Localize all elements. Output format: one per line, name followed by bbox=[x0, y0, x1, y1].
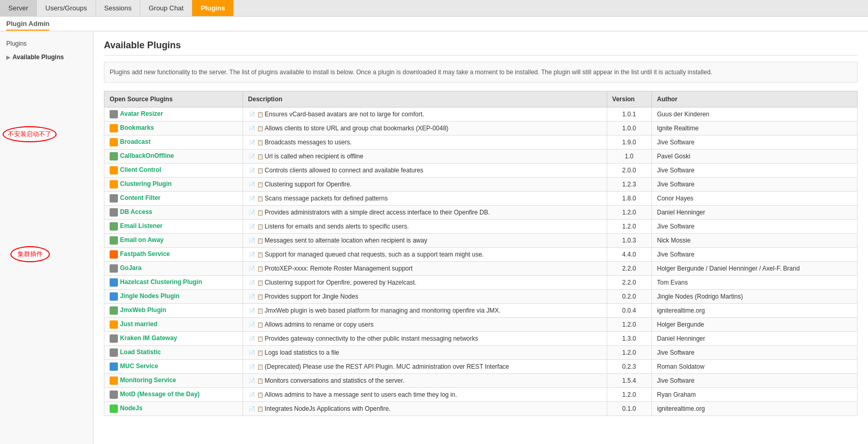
sidebar-item-plugins[interactable]: Plugins bbox=[0, 37, 93, 50]
install-icon[interactable]: 📋 bbox=[257, 167, 264, 174]
plugin-link[interactable]: Just married bbox=[120, 320, 157, 328]
install-icon[interactable]: 📋 bbox=[257, 364, 264, 371]
sidebar-item-available-plugins[interactable]: ▶ Available Plugins bbox=[0, 50, 93, 64]
plugin-link[interactable]: DB Access bbox=[120, 208, 152, 216]
plugin-link[interactable]: Load Statistic bbox=[120, 348, 161, 356]
plugin-link[interactable]: Client Control bbox=[120, 166, 161, 173]
install-icon[interactable]: 📋 bbox=[257, 195, 264, 203]
doc-icon[interactable]: 📄 bbox=[248, 279, 256, 287]
install-icon[interactable]: 📋 bbox=[257, 209, 264, 217]
doc-icon[interactable]: 📄 bbox=[248, 139, 256, 146]
doc-icon[interactable]: 📄 bbox=[248, 125, 256, 132]
install-icon[interactable]: 📋 bbox=[257, 349, 264, 357]
install-icon[interactable]: 📋 bbox=[257, 111, 264, 118]
plugin-link[interactable]: Monitoring Service bbox=[120, 376, 176, 384]
plugin-version: 2.2.0 bbox=[607, 262, 651, 276]
plugin-author: Guus der Kinderen bbox=[651, 107, 857, 122]
nav-group-chat[interactable]: Group Chat bbox=[140, 0, 192, 16]
table-row: Broadcast📄📋Broadcasts messages to users.… bbox=[104, 136, 858, 150]
doc-icon[interactable]: 📄 bbox=[248, 153, 256, 160]
top-navigation: Server Users/Groups Sessions Group Chat … bbox=[0, 0, 868, 17]
plugin-link[interactable]: Fastpath Service bbox=[120, 250, 170, 258]
plugin-link[interactable]: JmxWeb Plugin bbox=[120, 306, 166, 314]
plugin-icon bbox=[110, 320, 118, 329]
plugin-link[interactable]: Bookmarks bbox=[120, 124, 154, 131]
install-icon[interactable]: 📋 bbox=[257, 125, 264, 132]
plugin-link[interactable]: MUC Service bbox=[120, 362, 158, 370]
install-icon[interactable]: 📋 bbox=[257, 153, 264, 160]
plugin-link[interactable]: Jingle Nodes Plugin bbox=[120, 292, 180, 300]
description-text: Monitors conversations and statistics of… bbox=[265, 377, 405, 384]
plugin-link[interactable]: Broadcast bbox=[120, 138, 151, 145]
install-icon[interactable]: 📋 bbox=[257, 279, 264, 287]
plugin-author: Jive Software bbox=[651, 164, 857, 178]
table-header-row: Open Source Plugins Description Version … bbox=[104, 91, 858, 107]
doc-icon[interactable]: 📄 bbox=[248, 167, 256, 174]
plugin-link[interactable]: Content Filter bbox=[120, 194, 161, 201]
plugin-icon bbox=[110, 264, 118, 273]
plugin-link[interactable]: Email Listener bbox=[120, 222, 163, 230]
nav-sessions[interactable]: Sessions bbox=[96, 0, 141, 16]
doc-icon[interactable]: 📄 bbox=[248, 364, 256, 371]
doc-icon[interactable]: 📄 bbox=[248, 335, 256, 343]
install-icon[interactable]: 📋 bbox=[257, 392, 264, 399]
plugin-link[interactable]: Email on Away bbox=[120, 236, 164, 244]
install-icon[interactable]: 📋 bbox=[257, 139, 264, 146]
col-header-name: Open Source Plugins bbox=[104, 91, 243, 107]
install-icon[interactable]: 📋 bbox=[257, 406, 264, 413]
plugin-name-cell: Fastpath Service bbox=[104, 248, 243, 262]
doc-icon[interactable]: 📄 bbox=[248, 195, 256, 203]
plugin-link[interactable]: Clustering Plugin bbox=[120, 180, 171, 187]
doc-icon[interactable]: 📄 bbox=[248, 321, 256, 329]
plugin-link[interactable]: NodeJs bbox=[120, 405, 142, 412]
plugin-link[interactable]: CallbackOnOffline bbox=[120, 152, 174, 159]
doc-icon[interactable]: 📄 bbox=[248, 237, 256, 245]
annotation-no-install: 不安装启动不了 bbox=[3, 126, 57, 142]
doc-icon[interactable]: 📄 bbox=[248, 307, 256, 315]
table-row: Bookmarks📄📋Allows clients to store URL a… bbox=[104, 122, 858, 136]
install-icon[interactable]: 📋 bbox=[257, 265, 264, 273]
doc-icon[interactable]: 📄 bbox=[248, 349, 256, 357]
arrow-icon: ▶ bbox=[6, 55, 10, 60]
plugin-link[interactable]: GoJara bbox=[120, 264, 141, 272]
table-row: MotD (Message of the Day)📄📋Allows admins… bbox=[104, 388, 858, 402]
install-icon[interactable]: 📋 bbox=[257, 378, 264, 385]
doc-icon[interactable]: 📄 bbox=[248, 406, 256, 413]
install-icon[interactable]: 📋 bbox=[257, 293, 264, 301]
doc-icon[interactable]: 📄 bbox=[248, 378, 256, 385]
plugin-link[interactable]: Avatar Resizer bbox=[120, 110, 163, 117]
install-icon[interactable]: 📋 bbox=[257, 321, 264, 329]
plugin-icon bbox=[110, 194, 118, 203]
doc-icon[interactable]: 📄 bbox=[248, 293, 256, 301]
install-icon[interactable]: 📋 bbox=[257, 307, 264, 315]
description-text: Provides support for Jingle Nodes bbox=[265, 293, 358, 300]
install-icon[interactable]: 📋 bbox=[257, 251, 264, 259]
plugin-description-cell: 📄📋Allows admins to rename or copy users bbox=[243, 318, 607, 332]
nav-users-groups[interactable]: Users/Groups bbox=[37, 0, 96, 16]
plugin-version: 1.0.3 bbox=[607, 234, 651, 248]
plugin-link[interactable]: Hazelcast Clustering Plugin bbox=[120, 278, 202, 286]
doc-icon[interactable]: 📄 bbox=[248, 392, 256, 399]
plugin-description-cell: 📄📋Broadcasts messages to users. bbox=[243, 136, 607, 150]
doc-icon[interactable]: 📄 bbox=[248, 181, 256, 189]
description-text: Integrates NodeJs Applications with Open… bbox=[265, 405, 391, 412]
doc-icon[interactable]: 📄 bbox=[248, 251, 256, 259]
plugin-link[interactable]: Kraken IM Gateway bbox=[120, 334, 177, 342]
install-icon[interactable]: 📋 bbox=[257, 223, 264, 231]
doc-icon[interactable]: 📄 bbox=[248, 209, 256, 217]
doc-icon[interactable]: 📄 bbox=[248, 265, 256, 273]
doc-icon[interactable]: 📄 bbox=[248, 223, 256, 231]
nav-server[interactable]: Server bbox=[0, 0, 37, 16]
description-text: Allows admins to rename or copy users bbox=[265, 321, 373, 328]
plugin-name-cell: NodeJs bbox=[104, 402, 243, 416]
nav-plugins[interactable]: Plugins bbox=[192, 0, 234, 16]
description-text: Clustering support for Openfire, powered… bbox=[265, 279, 417, 286]
install-icon[interactable]: 📋 bbox=[257, 181, 264, 189]
plugin-name-cell: Kraken IM Gateway bbox=[104, 332, 243, 346]
description-text: ProtoXEP-xxxx: Remote Roster Management … bbox=[265, 265, 413, 272]
doc-icon[interactable]: 📄 bbox=[248, 111, 256, 118]
description-text: (Deprecated) Please use the REST API Plu… bbox=[265, 363, 509, 370]
install-icon[interactable]: 📋 bbox=[257, 237, 264, 245]
plugin-link[interactable]: MotD (Message of the Day) bbox=[120, 391, 199, 398]
install-icon[interactable]: 📋 bbox=[257, 335, 264, 343]
